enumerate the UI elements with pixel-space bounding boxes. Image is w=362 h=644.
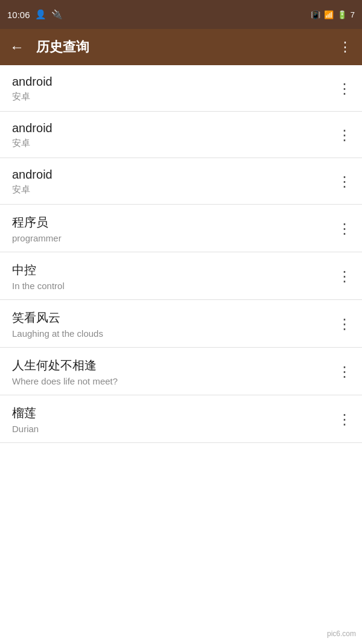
list-item: 人生何处不相逢 Where does life not meet? — [0, 348, 362, 395]
dots-icon[interactable] — [337, 174, 352, 189]
list-item-secondary: 安卓 — [12, 91, 331, 103]
list-item-primary: android — [12, 168, 331, 182]
list-item-primary: 榴莲 — [12, 405, 331, 421]
history-list: android 安卓 android 安卓 android 安卓 — [0, 65, 362, 443]
list-item-content: android 安卓 — [12, 121, 331, 149]
more-options-button[interactable]: ⋮ — [338, 39, 352, 55]
list-item-content: 人生何处不相逢 Where does life not meet? — [12, 357, 331, 386]
status-time: 10:06 — [7, 10, 30, 20]
vibrate-icon: 📳 — [311, 10, 320, 19]
list-item: 笑看风云 Laughing at the clouds — [0, 300, 362, 348]
list-item-primary: 人生何处不相逢 — [12, 357, 331, 374]
dots-icon[interactable] — [337, 128, 352, 142]
list-item: 中控 In the control — [0, 252, 362, 300]
list-item-primary: 程序员 — [12, 214, 331, 231]
list-item-content: 中控 In the control — [12, 262, 331, 291]
usb-icon: 🔌 — [51, 9, 63, 20]
battery-icon: 🔋 — [337, 10, 347, 19]
list-item: android 安卓 — [0, 65, 362, 112]
back-button[interactable]: ← — [10, 39, 24, 56]
list-item-primary: 笑看风云 — [12, 310, 331, 326]
list-item-secondary: programmer — [12, 233, 331, 243]
item-more-button[interactable] — [331, 174, 352, 189]
list-item-secondary: Laughing at the clouds — [12, 328, 331, 339]
dots-icon[interactable] — [337, 269, 352, 284]
list-item: 程序员 programmer — [0, 205, 362, 252]
list-item: android 安卓 — [0, 158, 362, 205]
watermark: pic6.com — [327, 630, 356, 638]
list-item-content: 程序员 programmer — [12, 214, 331, 243]
battery-level: 7 — [351, 10, 355, 19]
page-title: 历史查询 — [36, 38, 338, 56]
list-item-content: android 安卓 — [12, 75, 331, 103]
item-more-button[interactable] — [331, 269, 352, 284]
item-more-button[interactable] — [331, 412, 352, 427]
list-item-primary: 中控 — [12, 262, 331, 278]
item-more-button[interactable] — [331, 365, 352, 379]
status-right: 📳 📶 🔋 7 — [311, 10, 355, 19]
item-more-button[interactable] — [331, 81, 352, 96]
item-more-button[interactable] — [331, 317, 352, 331]
dots-icon[interactable] — [337, 222, 352, 236]
list-item-secondary: 安卓 — [12, 184, 331, 196]
list-item: 榴莲 Durian — [0, 395, 362, 443]
list-item-secondary: 安卓 — [12, 138, 331, 149]
app-bar: ← 历史查询 ⋮ — [0, 29, 362, 65]
list-item: android 安卓 — [0, 112, 362, 158]
list-item-secondary: Where does life not meet? — [12, 376, 331, 386]
dots-icon[interactable] — [337, 81, 352, 96]
item-more-button[interactable] — [331, 128, 352, 142]
dots-icon[interactable] — [337, 365, 352, 379]
status-left: 10:06 👤 🔌 — [7, 9, 63, 20]
user-icon: 👤 — [35, 9, 46, 20]
item-more-button[interactable] — [331, 222, 352, 236]
list-item-primary: android — [12, 75, 331, 89]
list-item-primary: android — [12, 121, 331, 135]
list-item-secondary: Durian — [12, 424, 331, 434]
dots-icon[interactable] — [337, 412, 352, 427]
dots-icon[interactable] — [337, 317, 352, 331]
list-item-content: 榴莲 Durian — [12, 405, 331, 434]
status-bar: 10:06 👤 🔌 📳 📶 🔋 7 — [0, 0, 362, 29]
list-item-secondary: In the control — [12, 281, 331, 291]
list-item-content: android 安卓 — [12, 168, 331, 196]
list-item-content: 笑看风云 Laughing at the clouds — [12, 310, 331, 339]
wifi-icon: 📶 — [324, 10, 334, 19]
